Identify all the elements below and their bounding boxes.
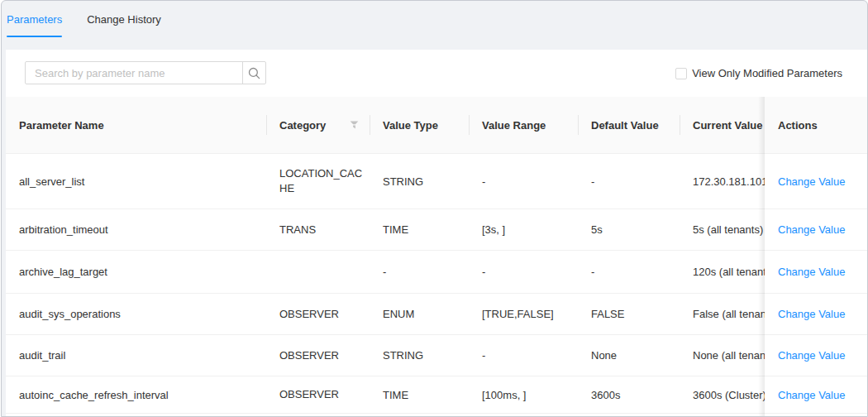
change-value-link[interactable]: Change Value xyxy=(778,308,845,320)
column-header-value-range: Value Range xyxy=(469,97,578,153)
cell-category: OBSERVER xyxy=(266,294,370,334)
cell-parameter-name: audit_trail xyxy=(6,335,266,376)
search-input[interactable] xyxy=(26,62,242,84)
actions-cell: Change Value xyxy=(765,209,867,251)
view-only-modified-checkbox[interactable] xyxy=(675,68,687,79)
cell-value-range: [100ms, ] xyxy=(469,376,578,413)
search-box xyxy=(25,61,266,84)
actions-cell: Change Value xyxy=(765,251,867,294)
table-row: audit_trail OBSERVER STRING - None None … xyxy=(6,335,867,376)
cell-category: OBSERVER xyxy=(266,376,370,413)
tab-parameters-label: Parameters xyxy=(7,13,62,26)
toolbar: View Only Modified Parameters xyxy=(6,50,867,97)
cell-category: OBSERVER xyxy=(266,335,370,376)
cell-default-value: None xyxy=(578,335,680,376)
cell-value-range: - xyxy=(469,251,578,293)
cell-category: LOCATION_CACHE xyxy=(266,154,370,208)
search-button[interactable] xyxy=(242,62,265,84)
table-row: arbitration_timeout TRANS TIME [3s, ] 5s… xyxy=(6,209,867,251)
table-row: all_server_list LOCATION_CACHE STRING - … xyxy=(6,154,867,209)
cell-value-type: TIME xyxy=(370,209,469,250)
cell-value-type: TIME xyxy=(370,376,469,413)
actions-column: Actions Change Value Change Value Change… xyxy=(765,97,867,416)
change-value-link[interactable]: Change Value xyxy=(778,266,845,278)
active-tab-indicator xyxy=(7,36,62,37)
cell-default-value: 3600s xyxy=(578,376,680,413)
category-filter-icon[interactable] xyxy=(350,121,359,130)
cell-default-value: - xyxy=(578,154,680,208)
table-row: audit_sys_operations OBSERVER ENUM [TRUE… xyxy=(6,294,867,335)
cell-parameter-name: all_server_list xyxy=(6,154,266,208)
column-header-actions: Actions xyxy=(765,97,867,154)
change-value-link[interactable]: Change Value xyxy=(778,175,845,188)
view-only-modified-toggle[interactable]: View Only Modified Parameters xyxy=(675,50,842,97)
tab-change-history[interactable]: Change History xyxy=(87,1,161,38)
cell-category: TRANS xyxy=(266,209,370,250)
cell-category xyxy=(266,251,370,293)
cell-value-type: - xyxy=(370,251,469,293)
change-value-link[interactable]: Change Value xyxy=(778,389,845,401)
table-row: autoinc_cache_refresh_interval OBSERVER … xyxy=(6,376,867,414)
cell-value-range: - xyxy=(469,154,578,208)
actions-cell: Change Value xyxy=(765,335,867,376)
column-header-value-type: Value Type xyxy=(370,97,469,153)
cell-parameter-name: audit_sys_operations xyxy=(6,294,266,334)
parameters-panel: View Only Modified Parameters Parameter … xyxy=(6,50,867,416)
parameters-page: Parameters Change History View Only Modi… xyxy=(1,0,868,417)
cell-parameter-name: autoinc_cache_refresh_interval xyxy=(6,376,266,413)
cell-parameter-name: arbitration_timeout xyxy=(6,209,266,250)
cell-value-type: ENUM xyxy=(370,294,469,334)
column-header-parameter-name: Parameter Name xyxy=(6,97,266,153)
cell-value-range: [TRUE,FALSE] xyxy=(469,294,578,334)
tab-bar: Parameters Change History xyxy=(2,1,867,38)
cell-value-type: STRING xyxy=(370,335,469,376)
cell-parameter-name: archive_lag_target xyxy=(6,251,266,293)
view-only-modified-label: View Only Modified Parameters xyxy=(692,67,842,79)
cell-value-range: - xyxy=(469,335,578,376)
table-row: archive_lag_target - - - 120s (all tenan… xyxy=(6,251,867,294)
search-icon xyxy=(248,67,260,79)
tab-change-history-label: Change History xyxy=(87,13,161,26)
tab-parameters[interactable]: Parameters xyxy=(7,1,62,38)
cell-default-value: FALSE xyxy=(578,294,680,334)
change-value-link[interactable]: Change Value xyxy=(778,223,845,236)
cell-value-range: [3s, ] xyxy=(469,209,578,250)
actions-cell: Change Value xyxy=(765,294,867,335)
cell-default-value: - xyxy=(578,251,680,293)
actions-cell: Change Value xyxy=(765,376,867,414)
cell-value-type: STRING xyxy=(370,154,469,208)
change-value-link[interactable]: Change Value xyxy=(778,349,845,362)
column-header-category: Category xyxy=(266,97,370,153)
table-header: Parameter Name Category Value Type Val xyxy=(6,97,867,154)
parameters-table: Parameter Name Category Value Type Val xyxy=(6,97,867,414)
actions-cell: Change Value xyxy=(765,154,867,209)
column-header-default-value: Default Value xyxy=(578,97,680,153)
cell-default-value: 5s xyxy=(578,209,680,250)
